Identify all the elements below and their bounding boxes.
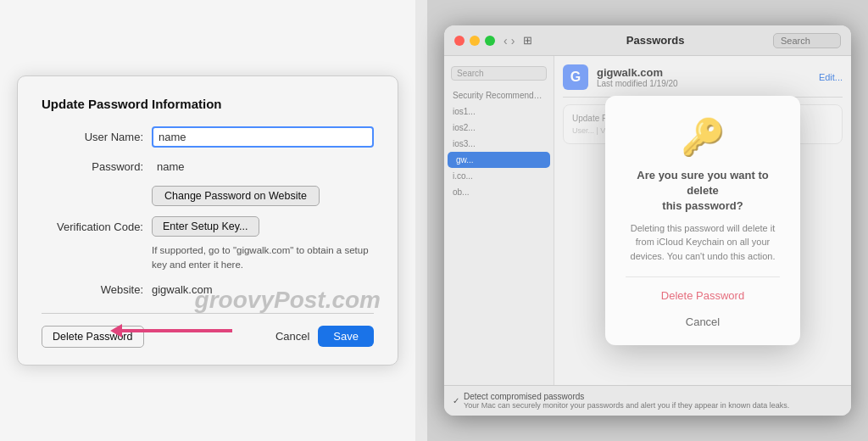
sidebar-item-ob[interactable]: ob... bbox=[444, 184, 554, 200]
password-row: Password: name bbox=[42, 158, 374, 176]
cancel-button[interactable]: Cancel bbox=[275, 330, 309, 343]
arrow-head-icon bbox=[110, 324, 122, 338]
traffic-lights bbox=[454, 36, 495, 46]
delete-confirm-dialog: 🔑 Are you sure you want to deletethis pa… bbox=[605, 96, 800, 345]
sidebar-item-ios1[interactable]: ios1... bbox=[444, 103, 554, 120]
dialog-footer: Delete Password Cancel Save bbox=[42, 313, 374, 348]
username-input[interactable] bbox=[152, 126, 374, 148]
password-label: Password: bbox=[42, 160, 143, 173]
confirm-delete-button[interactable]: Delete Password bbox=[626, 286, 780, 305]
sidebar-item-ios2[interactable]: ios2... bbox=[444, 120, 554, 136]
website-row: Website: gigwalk.com bbox=[42, 283, 374, 296]
enter-setup-button[interactable]: Enter Setup Key... bbox=[152, 216, 259, 237]
setup-hint: If supported, go to "gigwalk.com" to obt… bbox=[152, 243, 374, 271]
nav-arrows: ‹ › bbox=[504, 34, 515, 47]
window-search-input[interactable] bbox=[773, 33, 841, 48]
minimize-button[interactable] bbox=[470, 36, 480, 46]
dialog-title: Update Password Information bbox=[42, 97, 374, 111]
footer-actions: Cancel Save bbox=[275, 326, 374, 347]
delete-confirm-overlay: 🔑 Are you sure you want to deletethis pa… bbox=[554, 56, 851, 385]
confirm-divider bbox=[626, 276, 780, 277]
detect-sub: Your Mac can securely monitor your passw… bbox=[464, 401, 789, 410]
maximize-button[interactable] bbox=[485, 36, 495, 46]
window-bottom-bar: ✓ Detect compromised passwords Your Mac … bbox=[444, 385, 851, 416]
website-label: Website: bbox=[42, 283, 143, 296]
verification-row: Verification Code: Enter Setup Key... bbox=[42, 216, 374, 237]
right-panel: ‹ › ⊞ Passwords Security Recommendations… bbox=[427, 0, 868, 441]
confirm-body: Deleting this password will delete it fr… bbox=[626, 221, 780, 264]
window-title: Passwords bbox=[537, 34, 773, 47]
update-password-dialog: Update Password Information User Name: P… bbox=[17, 75, 398, 365]
website-value: gigwalk.com bbox=[152, 283, 213, 296]
checkmark-icon: ✓ bbox=[453, 396, 459, 405]
window-sidebar: Security Recommendations ios1... ios2...… bbox=[444, 56, 554, 385]
window-titlebar: ‹ › ⊞ Passwords bbox=[444, 25, 851, 56]
sidebar-item-security[interactable]: Security Recommendations bbox=[444, 87, 554, 103]
forward-arrow-icon[interactable]: › bbox=[511, 34, 515, 47]
detect-label: Detect compromised passwords bbox=[464, 392, 584, 401]
left-panel: Update Password Information User Name: P… bbox=[0, 0, 415, 441]
confirm-title: Are you sure you want to deletethis pass… bbox=[626, 168, 780, 215]
key-icon: 🔑 bbox=[626, 116, 780, 158]
username-row: User Name: bbox=[42, 126, 374, 148]
detect-text-container: Detect compromised passwords Your Mac ca… bbox=[464, 392, 789, 410]
close-button[interactable] bbox=[454, 36, 465, 46]
arrow-pointer bbox=[122, 329, 232, 332]
window-main: G gigwalk.com Last modified 1/19/20 Edit… bbox=[554, 56, 851, 385]
back-arrow-icon[interactable]: ‹ bbox=[504, 34, 508, 47]
macos-window: ‹ › ⊞ Passwords Security Recommendations… bbox=[444, 25, 851, 416]
username-label: User Name: bbox=[42, 131, 143, 143]
sidebar-item-ico[interactable]: i.co... bbox=[444, 168, 554, 184]
confirm-cancel-button[interactable]: Cancel bbox=[626, 312, 780, 332]
sidebar-search-input[interactable] bbox=[451, 66, 547, 81]
window-body: Security Recommendations ios1... ios2...… bbox=[444, 56, 851, 385]
sidebar-item-gigwalk[interactable]: gw... bbox=[448, 152, 550, 168]
password-value: name bbox=[152, 158, 374, 176]
grid-icon: ⊞ bbox=[523, 34, 532, 47]
save-button[interactable]: Save bbox=[318, 326, 374, 347]
change-password-button[interactable]: Change Password on Website bbox=[152, 186, 320, 206]
sidebar-item-ios3[interactable]: ios3... bbox=[444, 136, 554, 152]
arrow-line bbox=[122, 329, 232, 332]
verification-label: Verification Code: bbox=[42, 220, 143, 233]
